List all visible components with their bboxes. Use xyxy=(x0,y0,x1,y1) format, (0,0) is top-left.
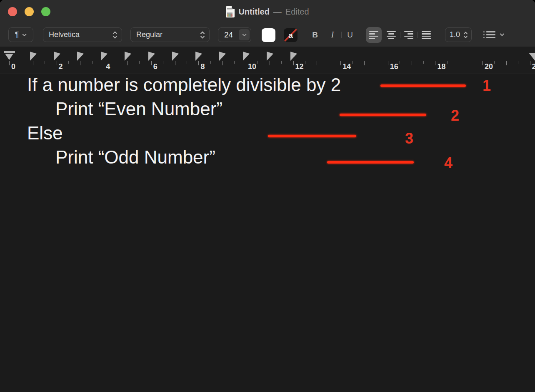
up-down-chevrons-icon xyxy=(112,31,118,39)
title-bar: Untitled — Edited xyxy=(0,0,535,23)
ruler-tick xyxy=(151,61,152,65)
list-style-button[interactable] xyxy=(483,27,509,42)
align-justify-button[interactable] xyxy=(418,27,434,43)
font-style-select[interactable]: Regular xyxy=(130,27,210,42)
document-text-line[interactable]: If a number is completely divisible by 2 xyxy=(27,76,341,94)
bold-button[interactable]: B xyxy=(309,27,321,42)
ruler-tick xyxy=(210,61,211,64)
ruler-tick xyxy=(92,61,92,64)
tab-stop-marker[interactable] xyxy=(290,52,297,61)
divider xyxy=(341,32,342,38)
ruler-tick xyxy=(494,61,495,64)
italic-button[interactable]: I xyxy=(327,27,338,42)
tab-stop-marker[interactable] xyxy=(77,52,84,61)
bullet-list-icon xyxy=(483,31,495,38)
ruler-tick xyxy=(33,61,33,65)
chevron-down-icon xyxy=(242,33,247,37)
ruler-tick xyxy=(388,61,388,65)
background-color-button[interactable]: a xyxy=(284,28,298,42)
tab-stop-marker[interactable] xyxy=(30,52,37,61)
ruler-number: 10 xyxy=(248,62,256,71)
annotation-number: 3 xyxy=(405,131,413,146)
align-left-icon xyxy=(369,31,378,39)
annotation-line xyxy=(268,135,356,137)
ruler-tick xyxy=(270,61,270,65)
ruler-tick xyxy=(187,61,187,64)
up-down-chevrons-icon xyxy=(200,31,205,39)
ruler-number: 0 xyxy=(11,62,15,71)
ruler-number: 6 xyxy=(153,62,158,71)
divider xyxy=(418,32,418,38)
first-line-indent-marker[interactable] xyxy=(4,51,15,53)
edited-status: Edited xyxy=(285,7,309,17)
document-text-line[interactable]: Else xyxy=(27,124,63,142)
line-spacing-stepper[interactable]: 1.0 xyxy=(445,27,472,42)
ruler-tick xyxy=(9,61,10,65)
document-text-line[interactable]: Print “Even Number” xyxy=(55,100,222,118)
ruler-tick xyxy=(139,61,140,64)
annotation-line xyxy=(340,114,426,116)
ruler-tick xyxy=(482,61,483,65)
font-family-select[interactable]: Helvetica xyxy=(43,27,122,42)
background-color-a-icon: a xyxy=(288,31,293,40)
ruler-tick xyxy=(80,61,80,65)
tab-stop-marker[interactable] xyxy=(195,52,202,61)
tab-stop-marker[interactable] xyxy=(267,52,273,61)
tab-stop-marker[interactable] xyxy=(243,52,250,61)
ruler-tick xyxy=(364,61,365,65)
window-title-group: Untitled — Edited xyxy=(0,0,535,23)
ruler-tick xyxy=(518,61,518,64)
annotation-line xyxy=(327,161,414,164)
ruler-number: 12 xyxy=(295,62,304,71)
left-indent-marker[interactable] xyxy=(5,54,13,60)
ruler-tick xyxy=(506,61,507,65)
annotation-line xyxy=(380,84,466,87)
right-indent-marker[interactable] xyxy=(529,53,535,61)
annotation-number: 1 xyxy=(482,78,491,93)
ruler-tick xyxy=(317,61,317,65)
chevron-down-icon xyxy=(500,33,505,37)
font-style-value: Regular xyxy=(136,30,162,39)
ruler-number: 18 xyxy=(437,62,445,71)
tab-stop-marker[interactable] xyxy=(219,52,226,61)
format-toolbar: ¶ Helvetica Regular 24 a B I U xyxy=(0,23,535,47)
document-text-line[interactable]: Print “Odd Number” xyxy=(55,148,215,166)
ruler-tick xyxy=(175,61,175,65)
font-size-dropdown[interactable] xyxy=(239,29,250,40)
tab-stop-marker[interactable] xyxy=(148,52,155,61)
up-down-chevrons-icon xyxy=(463,31,468,39)
ruler: 0246810121416182022 xyxy=(0,47,535,74)
align-right-button[interactable] xyxy=(401,27,417,43)
paragraph-style-button[interactable]: ¶ xyxy=(8,27,33,42)
underline-button[interactable]: U xyxy=(344,27,356,42)
ruler-tick xyxy=(435,61,435,65)
ruler-number: 4 xyxy=(106,62,110,71)
font-size-control[interactable]: 24 xyxy=(218,27,251,42)
ruler-tick xyxy=(198,61,199,65)
chevron-down-icon xyxy=(22,33,27,37)
align-center-icon xyxy=(387,31,396,39)
ruler-tick xyxy=(447,61,448,64)
textedit-window: Untitled — Edited ¶ Helvetica Regular 24… xyxy=(0,0,535,392)
font-size-value: 24 xyxy=(218,30,239,40)
align-left-button[interactable] xyxy=(366,27,382,43)
annotation-number: 4 xyxy=(444,156,452,171)
ruler-tick xyxy=(116,61,116,64)
document-proxy-icon[interactable] xyxy=(226,6,235,17)
title-separator: — xyxy=(273,7,282,17)
text-color-well[interactable] xyxy=(262,28,275,42)
ruler-tick xyxy=(57,61,57,65)
ruler-number: 2 xyxy=(59,62,63,71)
document-area[interactable]: If a number is completely divisible by 2… xyxy=(0,74,535,392)
ruler-tick xyxy=(234,61,235,64)
tab-stop-marker[interactable] xyxy=(101,52,108,61)
ruler-number: 14 xyxy=(342,62,351,71)
tab-stop-marker[interactable] xyxy=(172,52,179,61)
ruler-tick xyxy=(293,61,294,65)
tab-stop-marker[interactable] xyxy=(54,52,60,61)
align-center-button[interactable] xyxy=(383,27,399,43)
divider xyxy=(324,32,324,38)
window-title: Untitled xyxy=(238,7,269,17)
ruler-number: 22 xyxy=(532,62,535,71)
tab-stop-marker[interactable] xyxy=(125,52,131,61)
